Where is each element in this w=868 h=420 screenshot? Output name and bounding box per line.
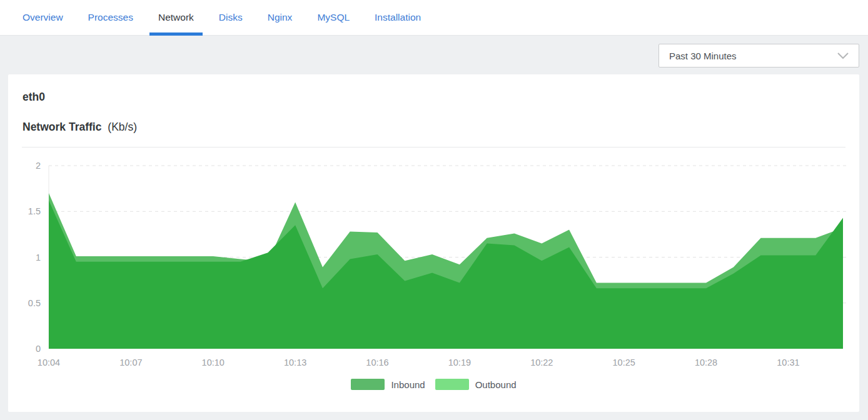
- chevron-down-icon: [837, 52, 849, 59]
- legend-label: Inbound: [391, 379, 425, 390]
- chart-title-unit: (Kb/s): [108, 121, 137, 133]
- chart-title: Network Traffic (Kb/s): [23, 121, 137, 134]
- network-card: eth0 Network Traffic (Kb/s) 00.511.5210:…: [8, 74, 859, 412]
- chart-title-text: Network Traffic: [23, 121, 101, 133]
- x-axis-tick-label: 10:22: [530, 358, 553, 368]
- y-axis-tick-label: 0.5: [28, 298, 41, 308]
- y-axis-tick-label: 1: [36, 252, 41, 262]
- traffic-chart[interactable]: 00.511.5210:0410:0710:1010:1310:1610:191…: [8, 156, 859, 374]
- x-axis-tick-label: 10:13: [284, 358, 306, 368]
- x-axis-tick-label: 10:25: [613, 358, 635, 368]
- time-range-dropdown[interactable]: Past 30 Minutes: [659, 44, 859, 68]
- x-axis-tick-label: 10:19: [448, 358, 471, 368]
- legend-swatch-inbound: [351, 379, 385, 390]
- legend-label: Outbound: [475, 379, 517, 390]
- y-axis-tick-label: 1.5: [28, 206, 41, 216]
- time-range-value: Past 30 Minutes: [669, 51, 737, 61]
- x-axis-tick-label: 10:31: [777, 358, 799, 368]
- y-axis-tick-label: 2: [36, 161, 41, 171]
- tab-disks[interactable]: Disks: [210, 0, 251, 35]
- interface-title: eth0: [23, 91, 45, 104]
- chart-legend: InboundOutbound: [8, 379, 859, 390]
- x-axis-tick-label: 10:04: [38, 358, 60, 368]
- tab-mysql[interactable]: MySQL: [308, 0, 358, 35]
- tab-network[interactable]: Network: [149, 0, 203, 35]
- x-axis-tick-label: 10:28: [695, 358, 717, 368]
- tab-bar: OverviewProcessesNetworkDisksNginxMySQLI…: [0, 0, 868, 36]
- tab-overview[interactable]: Overview: [14, 0, 72, 35]
- legend-item-outbound[interactable]: Outbound: [435, 379, 517, 390]
- tab-nginx[interactable]: Nginx: [259, 0, 301, 35]
- filter-bar: Past 30 Minutes: [0, 36, 868, 74]
- legend-swatch-outbound: [435, 379, 469, 390]
- y-axis-tick-label: 0: [36, 344, 41, 354]
- divider: [22, 147, 845, 148]
- x-axis-tick-label: 10:16: [366, 358, 388, 368]
- tab-installation[interactable]: Installation: [366, 0, 430, 35]
- x-axis-tick-label: 10:07: [119, 358, 142, 368]
- legend-item-inbound[interactable]: Inbound: [351, 379, 425, 390]
- tab-processes[interactable]: Processes: [79, 0, 142, 35]
- x-axis-tick-label: 10:10: [202, 358, 225, 368]
